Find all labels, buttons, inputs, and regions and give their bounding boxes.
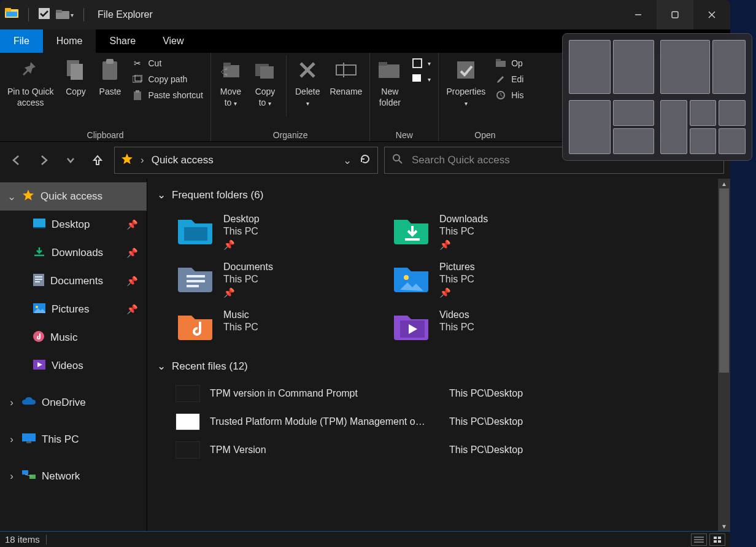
folder-item[interactable]: Downloads This PC 📌 [392, 214, 600, 250]
folder-name: Music [223, 309, 258, 320]
svg-rect-5 [56, 10, 62, 13]
edit-icon [495, 74, 506, 85]
recent-file-item[interactable]: Trusted Platform Module (TPM) Management… [176, 413, 730, 430]
svg-rect-24 [336, 65, 356, 75]
folder-location: This PC [223, 322, 258, 333]
chevron-down-icon[interactable]: ⌄ [343, 154, 352, 167]
sidebar-item-quick-access[interactable]: ⌄ Quick access [0, 182, 147, 211]
copy-button[interactable]: Copy [60, 55, 91, 99]
pin-icon: 📌 [126, 276, 138, 287]
svg-rect-55 [187, 275, 205, 277]
folder-item[interactable]: Desktop This PC 📌 [176, 214, 384, 250]
copy-to-icon [253, 58, 277, 82]
file-path: This PC\Desktop [449, 444, 730, 456]
snap-layout-option[interactable] [569, 100, 654, 154]
address-bar[interactable]: › Quick access ⌄ [114, 147, 378, 174]
large-icons-view-button[interactable] [709, 533, 725, 546]
folder-dropdown-icon[interactable]: ▾ [56, 10, 74, 20]
svg-rect-19 [223, 63, 231, 66]
snap-layout-option[interactable] [660, 100, 746, 154]
new-folder-button[interactable]: New folder [374, 55, 406, 111]
folder-name: Videos [439, 309, 474, 320]
cut-button[interactable]: ✂Cut [128, 55, 207, 71]
sidebar-item-this-pc[interactable]: › This PC [0, 425, 147, 454]
sidebar-item-music[interactable]: Music [0, 324, 147, 352]
scrollbar-thumb[interactable] [719, 188, 729, 373]
edit-button[interactable]: Edi [492, 71, 527, 87]
tab-share[interactable]: Share [96, 29, 149, 53]
sidebar-item-network[interactable]: › Network [0, 462, 147, 491]
folder-item[interactable]: Videos This PC [392, 309, 600, 341]
svg-rect-32 [496, 61, 506, 67]
pin-to-quick-access-button[interactable]: Pin to Quick access [4, 55, 57, 111]
snap-layouts-overlay[interactable] [562, 33, 752, 161]
forward-button[interactable] [33, 150, 54, 171]
sidebar-item-documents[interactable]: Documents 📌 [0, 267, 147, 295]
pin-icon: 📌 [126, 219, 138, 230]
chevron-right-icon: › [7, 470, 16, 483]
section-frequent-folders[interactable]: ⌄ Frequent folders (6) [153, 185, 730, 205]
tab-home[interactable]: Home [43, 29, 96, 53]
svg-rect-38 [33, 227, 45, 228]
refresh-button[interactable] [359, 153, 371, 168]
checkbox-icon[interactable] [39, 8, 50, 21]
breadcrumb-item[interactable]: Quick access [152, 154, 214, 166]
rename-button[interactable]: Rename [326, 55, 366, 99]
svg-rect-63 [714, 537, 717, 539]
up-button[interactable] [87, 150, 108, 171]
back-button[interactable] [6, 150, 27, 171]
titlebar: ▾ File Explorer [0, 0, 730, 29]
svg-line-36 [399, 160, 402, 163]
pin-icon [18, 58, 43, 82]
folder-item[interactable]: Pictures This PC 📌 [392, 262, 600, 298]
close-button[interactable] [693, 0, 730, 29]
svg-rect-42 [35, 279, 42, 280]
tab-file[interactable]: File [0, 29, 43, 53]
folder-name: Desktop [223, 214, 260, 225]
sidebar-item-videos[interactable]: Videos [0, 352, 147, 380]
tab-view[interactable]: View [149, 29, 197, 53]
snap-layout-option[interactable] [660, 40, 746, 94]
scroll-up-icon[interactable]: ▲ [718, 179, 730, 188]
group-label-clipboard: Clipboard [87, 130, 124, 140]
documents-icon [33, 274, 44, 289]
chevron-right-icon[interactable]: › [141, 154, 144, 166]
folder-item[interactable]: Documents This PC 📌 [176, 262, 384, 298]
sidebar: ⌄ Quick access Desktop 📌 Downloads 📌 Doc… [0, 179, 147, 531]
rename-icon [334, 58, 358, 82]
move-to-button[interactable]: Move to ▾ [215, 55, 247, 112]
sidebar-item-onedrive[interactable]: › OneDrive [0, 389, 147, 417]
folder-item[interactable]: Music This PC [176, 309, 384, 341]
scrollbar[interactable]: ▲ ▼ [718, 179, 730, 531]
status-item-count: 18 items [5, 534, 40, 545]
minimize-button[interactable] [620, 0, 657, 29]
svg-rect-33 [496, 59, 501, 61]
properties-button[interactable]: Properties▾ [442, 55, 489, 112]
svg-rect-13 [106, 59, 114, 64]
chevron-down-icon: ⌄ [157, 360, 166, 373]
folder-location: This PC [223, 226, 260, 237]
sidebar-item-pictures[interactable]: Pictures 📌 [0, 295, 147, 324]
copy-path-button[interactable]: Copy path [128, 71, 207, 87]
svg-rect-27 [379, 62, 387, 66]
paste-button[interactable]: Paste [94, 55, 126, 99]
sidebar-item-desktop[interactable]: Desktop 📌 [0, 211, 147, 239]
history-button[interactable]: His [492, 87, 527, 103]
svg-rect-49 [26, 441, 31, 443]
scroll-down-icon[interactable]: ▼ [718, 521, 730, 531]
recent-file-item[interactable]: TPM version in Command Prompt This PC\De… [176, 385, 730, 402]
snap-layout-option[interactable] [569, 40, 654, 94]
sidebar-item-downloads[interactable]: Downloads 📌 [0, 239, 147, 267]
copy-to-button[interactable]: Copy to ▾ [249, 55, 281, 112]
open-button[interactable]: Op [492, 55, 527, 71]
svg-rect-65 [714, 540, 717, 543]
new-item-dropdown[interactable]: ▾ ▾ [408, 55, 434, 87]
maximize-button[interactable] [657, 0, 693, 29]
delete-button[interactable]: Delete▾ [291, 55, 323, 112]
recent-locations-button[interactable] [60, 150, 81, 171]
new-folder-icon [377, 58, 402, 82]
paste-shortcut-button[interactable]: Paste shortcut [128, 87, 207, 103]
section-recent-files[interactable]: ⌄ Recent files (12) [153, 356, 730, 376]
recent-file-item[interactable]: TPM Version This PC\Desktop [176, 441, 730, 459]
details-view-button[interactable] [691, 533, 707, 546]
